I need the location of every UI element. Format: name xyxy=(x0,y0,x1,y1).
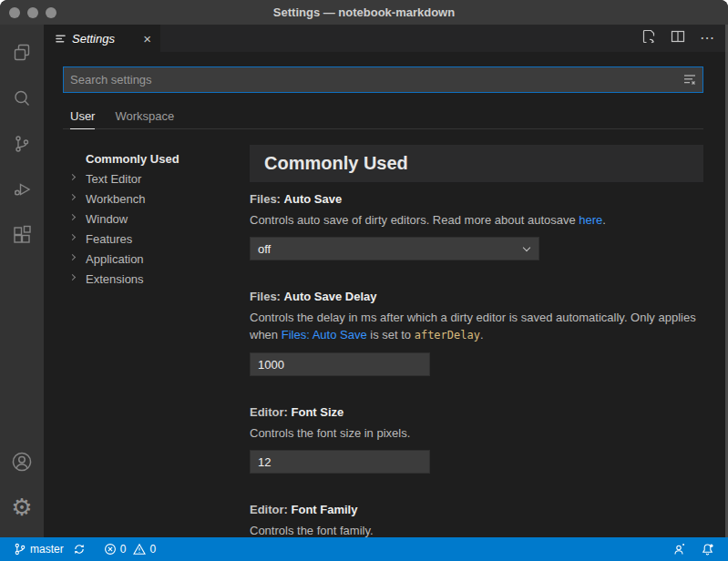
status-bar: master 0 xyxy=(0,537,728,561)
close-tab-icon[interactable]: × xyxy=(141,32,153,46)
open-settings-json-icon[interactable] xyxy=(641,29,656,47)
tab-settings[interactable]: Settings × xyxy=(44,25,160,52)
search-icon[interactable] xyxy=(0,76,44,121)
warning-count: 0 xyxy=(149,543,156,556)
auto-save-select[interactable]: off xyxy=(250,237,539,260)
extensions-icon[interactable] xyxy=(0,212,44,258)
more-actions-icon[interactable]: ⋯ xyxy=(700,31,715,46)
error-count: 0 xyxy=(120,543,127,556)
window-title: Settings — notebook-markdown xyxy=(273,5,455,19)
font-size-input[interactable] xyxy=(250,450,430,474)
setting-description: Controls the delay in ms after which a d… xyxy=(250,309,703,344)
setting-editor-font-family: Editor: Font Family Controls the font fa… xyxy=(250,503,703,537)
auto-save-delay-input[interactable] xyxy=(250,352,430,376)
split-editor-icon[interactable] xyxy=(671,29,685,47)
after-delay-code: afterDelay xyxy=(415,329,480,342)
activity-bar: ⚙ xyxy=(0,25,44,537)
branch-name: master xyxy=(30,543,64,556)
tab-label: Settings xyxy=(72,32,136,46)
run-debug-icon[interactable] xyxy=(0,167,44,212)
problems-status[interactable]: 0 0 xyxy=(99,543,160,556)
editor-area: Settings × xyxy=(44,25,728,537)
settings-toc: Commonly Used Text Editor Workbench xyxy=(63,145,250,537)
settings-list-icon xyxy=(55,33,67,45)
setting-description: Controls auto save of dirty editors. Rea… xyxy=(250,211,703,229)
chevron-right-icon xyxy=(69,254,76,260)
tab-workspace[interactable]: Workspace xyxy=(115,109,174,129)
error-icon xyxy=(104,543,117,556)
scope-tabs: User Workspace xyxy=(63,108,703,129)
tab-user[interactable]: User xyxy=(70,109,95,129)
section-header: Commonly Used xyxy=(250,145,703,182)
traffic-lights xyxy=(9,0,56,25)
settings-gear-icon[interactable]: ⚙ xyxy=(0,484,44,530)
settings-editor: User Workspace Commonly Used Text Editor xyxy=(44,52,728,537)
titlebar: Settings — notebook-markdown xyxy=(0,0,728,25)
chevron-right-icon xyxy=(69,274,76,280)
source-control-icon[interactable] xyxy=(0,121,44,167)
toc-item-window[interactable]: Window xyxy=(63,209,250,229)
setting-category: Editor: xyxy=(250,405,288,419)
auto-save-select-value: off xyxy=(258,242,271,256)
setting-files-auto-save: Files: Auto Save Controls auto save of d… xyxy=(250,192,703,260)
setting-name: Font Size xyxy=(292,405,344,419)
setting-description: Controls the font size in pixels. xyxy=(250,424,703,442)
toc-item-features[interactable]: Features xyxy=(63,229,250,249)
tab-bar: Settings × xyxy=(44,25,728,52)
settings-content: Commonly Used Files: Auto Save Controls … xyxy=(250,145,703,537)
setting-description: Controls the font family. xyxy=(250,522,703,537)
setting-name: Auto Save xyxy=(284,192,343,206)
section-title: Commonly Used xyxy=(264,153,408,174)
toc-item-workbench[interactable]: Workbench xyxy=(63,189,250,209)
feedback-icon[interactable] xyxy=(668,543,691,556)
setting-category: Files: xyxy=(250,290,281,303)
setting-editor-font-size: Editor: Font Size Controls the font size… xyxy=(250,405,703,474)
here-link[interactable]: here xyxy=(579,213,602,227)
gear-glyph: ⚙ xyxy=(11,495,32,519)
toc-item-text-editor[interactable]: Text Editor xyxy=(63,168,250,189)
chevron-right-icon xyxy=(69,174,76,180)
notifications-bell-icon[interactable] xyxy=(696,543,719,556)
sync-status[interactable] xyxy=(68,543,90,556)
sync-icon xyxy=(73,543,86,556)
explorer-icon[interactable] xyxy=(0,30,44,76)
search-settings-input[interactable] xyxy=(63,66,703,93)
git-branch-status[interactable]: master xyxy=(9,543,68,556)
filter-clear-icon[interactable] xyxy=(682,73,697,90)
account-icon[interactable] xyxy=(0,439,44,484)
toc-item-application[interactable]: Application xyxy=(63,249,250,269)
git-branch-icon xyxy=(14,543,26,556)
chevron-down-icon xyxy=(523,243,530,250)
chevron-right-icon xyxy=(69,214,76,220)
setting-category: Editor: xyxy=(250,503,288,516)
close-window-button[interactable] xyxy=(9,7,20,18)
files-auto-save-link[interactable]: Files: Auto Save xyxy=(282,328,367,342)
zoom-window-button[interactable] xyxy=(46,7,56,18)
minimize-window-button[interactable] xyxy=(27,7,38,18)
warning-icon xyxy=(133,543,146,556)
setting-name: Font Family xyxy=(292,503,358,516)
toc-item-extensions[interactable]: Extensions xyxy=(63,269,250,289)
chevron-right-icon xyxy=(69,194,76,200)
chevron-right-icon xyxy=(69,234,76,240)
vscode-window: Settings — notebook-markdown xyxy=(0,0,728,561)
editor-actions: ⋯ xyxy=(641,25,728,52)
setting-files-auto-save-delay: Files: Auto Save Delay Controls the dela… xyxy=(250,290,703,376)
toc-item-commonly-used[interactable]: Commonly Used xyxy=(63,148,250,168)
setting-name: Auto Save Delay xyxy=(284,290,377,303)
setting-category: Files: xyxy=(250,192,281,206)
